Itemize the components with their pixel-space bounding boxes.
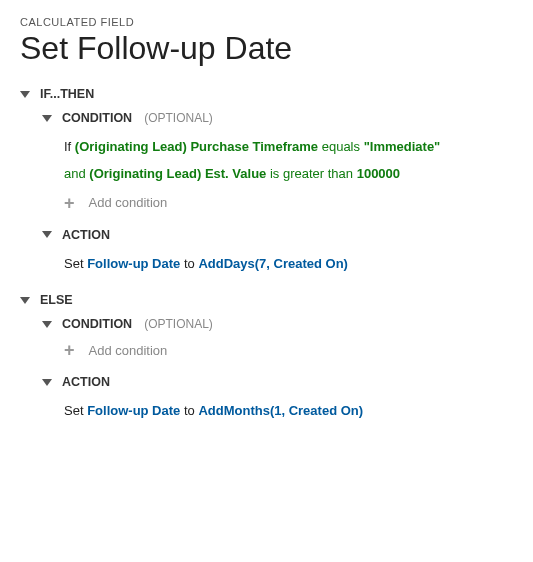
if-action-row[interactable]: Set Follow-up Date to AddDays(7, Created… [64,252,513,275]
chevron-down-icon [42,231,52,238]
condition-row-1[interactable]: If (Originating Lead) Purchase Timeframe… [64,135,513,158]
if-action-header[interactable]: ACTION [42,228,513,242]
condition-row-2[interactable]: and (Originating Lead) Est. Value is gre… [64,162,513,185]
else-header[interactable]: ELSE [20,293,513,307]
chevron-down-icon [42,321,52,328]
else-action-header[interactable]: ACTION [42,375,513,389]
if-then-label: IF...THEN [40,87,94,101]
if-condition-header[interactable]: CONDITION (OPTIONAL) [42,111,513,125]
add-condition-label: Add condition [89,195,168,210]
else-condition-header[interactable]: CONDITION (OPTIONAL) [42,317,513,331]
add-condition-label: Add condition [89,343,168,358]
chevron-down-icon [20,91,30,98]
condition-label: CONDITION [62,317,132,331]
if-then-header[interactable]: IF...THEN [20,87,513,101]
chevron-down-icon [20,297,30,304]
calculated-field-label: CALCULATED FIELD [20,16,513,28]
condition-label: CONDITION [62,111,132,125]
optional-label: (OPTIONAL) [144,111,213,125]
plus-icon: + [64,194,75,212]
action-label: ACTION [62,375,110,389]
else-label: ELSE [40,293,73,307]
else-action-row[interactable]: Set Follow-up Date to AddMonths(1, Creat… [64,399,513,422]
add-condition-button[interactable]: + Add condition [64,341,513,359]
optional-label: (OPTIONAL) [144,317,213,331]
page-title: Set Follow-up Date [20,30,513,67]
chevron-down-icon [42,379,52,386]
add-condition-button[interactable]: + Add condition [64,194,513,212]
plus-icon: + [64,341,75,359]
action-label: ACTION [62,228,110,242]
chevron-down-icon [42,115,52,122]
